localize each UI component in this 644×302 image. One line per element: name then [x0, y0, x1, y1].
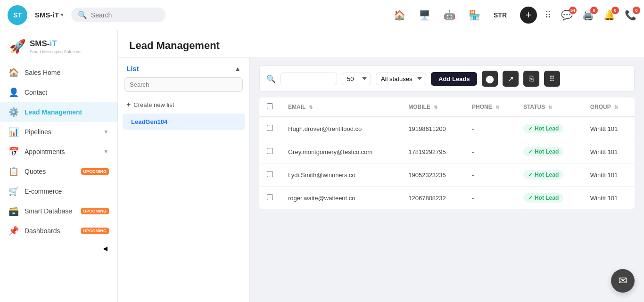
row-mobile: 19052323235 — [401, 163, 464, 187]
phone-sort-icon[interactable]: ⇅ — [495, 105, 499, 110]
copy-button[interactable]: ⎘ — [523, 71, 539, 87]
row-checkbox-cell — [259, 187, 281, 210]
list-search-box[interactable] — [124, 77, 243, 92]
sidebar-nav: 🏠 Sales Home 👤 Contact ⚙️ Lead Managemen… — [0, 59, 117, 302]
list-section-header: List ▲ — [118, 58, 249, 77]
status-badge: ✓ Hot Lead — [523, 147, 563, 156]
row-checkbox-2[interactable] — [267, 171, 273, 177]
row-status: ✓ Hot Lead — [516, 117, 583, 140]
sidebar-logo: 🚀 SMS-iT Smart Messaging Solutions — [0, 30, 117, 59]
top-search-icon: 🔍 — [78, 10, 87, 19]
row-phone: - — [464, 117, 516, 140]
sidebar-label-ecommerce: E-commerce — [25, 188, 109, 195]
row-phone: - — [464, 163, 516, 187]
table-toolbar: 🔍 50 10 25 100 All statuses Hot Lead War… — [259, 65, 635, 92]
pipelines-arrow-icon: ▼ — [103, 129, 109, 135]
messages-icon-btn[interactable]: 💬 54 — [561, 9, 573, 21]
chat-bubble-button[interactable]: ✉ — [611, 269, 635, 293]
sidebar-item-smart-database[interactable]: 🗃️ Smart Database UPCOMING — [0, 201, 117, 221]
list-toggle-icon[interactable]: ▲ — [234, 65, 241, 73]
sidebar-item-pipelines[interactable]: 📊 Pipelines ▼ — [0, 122, 117, 142]
phone-icon-btn[interactable]: 📞 0 — [625, 9, 636, 21]
brand-dropdown[interactable]: SMS-iT ▾ — [35, 11, 64, 19]
brand-avatar: ST — [8, 5, 27, 25]
bell-badge: 0 — [611, 7, 619, 14]
sidebar-label-smart-database: Smart Database — [25, 207, 75, 215]
sidebar-label-lead-management: Lead Management — [25, 108, 109, 116]
bot-icon[interactable]: 🤖 — [444, 9, 455, 21]
row-checkbox-1[interactable] — [267, 148, 273, 154]
per-page-select[interactable]: 50 10 25 100 — [342, 73, 371, 85]
collapse-icon: ◄ — [101, 245, 109, 253]
mobile-sort-icon[interactable]: ⇅ — [434, 105, 438, 110]
sidebar-item-contact[interactable]: 👤 Contact — [0, 82, 117, 102]
table-search-icon: 🔍 — [266, 74, 276, 83]
nav-right-icons: ⠿ 💬 54 🖨️ 0 🔔 0 📞 0 — [545, 9, 636, 21]
row-checkbox-3[interactable] — [267, 194, 273, 200]
row-checkbox-0[interactable] — [267, 125, 273, 131]
print-icon-btn[interactable]: 🖨️ 0 — [582, 9, 594, 21]
home-icon[interactable]: 🏠 — [394, 9, 405, 21]
row-status: ✓ Hot Lead — [516, 187, 583, 210]
row-group: Winttt 101 — [583, 187, 635, 210]
row-group: Winttt 101 — [583, 163, 635, 187]
sidebar-logo-sub: Smart Messaging Solutions — [30, 49, 82, 54]
lead-management-icon: ⚙️ — [8, 107, 19, 117]
email-sort-icon[interactable]: ⇅ — [309, 105, 313, 110]
sidebar-label-quotes: Quotes — [25, 168, 75, 175]
add-leads-button[interactable]: Add Leads — [431, 72, 477, 86]
top-search-bar[interactable]: 🔍 — [71, 8, 165, 22]
plus-button[interactable]: + — [520, 7, 537, 24]
dashboards-upcoming-badge: UPCOMING — [81, 228, 109, 234]
columns-icon: ⠿ — [549, 74, 555, 83]
store-icon[interactable]: 🏪 — [469, 9, 480, 21]
table-row: Grey.montgomery@testco.com 17819292795 -… — [259, 140, 635, 163]
status-check-icon: ✓ — [528, 195, 533, 201]
print-badge: 0 — [590, 7, 598, 14]
sidebar-label-appointments: Appointments — [25, 148, 98, 155]
row-checkbox-cell — [259, 163, 281, 187]
grid-icon-btn[interactable]: ⠿ — [545, 9, 552, 21]
sidebar-item-ecommerce[interactable]: 🛒 E-commerce — [0, 181, 117, 201]
row-phone: - — [464, 140, 516, 163]
sidebar-item-dashboards[interactable]: 📌 Dashboards UPCOMING — [0, 221, 117, 241]
columns-button[interactable]: ⠿ — [544, 71, 560, 87]
grid-icon: ⠿ — [545, 9, 552, 21]
sidebar-label-dashboards: Dashboards — [25, 227, 75, 235]
sidebar-label-pipelines: Pipelines — [25, 128, 98, 136]
sidebar: 🚀 SMS-iT Smart Messaging Solutions 🏠 Sal… — [0, 30, 118, 302]
create-list-button[interactable]: + Create new list — [118, 97, 249, 113]
header-checkbox-col — [259, 98, 281, 117]
row-group: Winttt 101 — [583, 117, 635, 140]
table-search-input[interactable] — [281, 73, 337, 85]
str-label[interactable]: STR — [494, 11, 507, 19]
top-search-input[interactable] — [91, 11, 157, 19]
sidebar-item-lead-management[interactable]: ⚙️ Lead Management — [0, 102, 117, 122]
group-sort-icon[interactable]: ⇅ — [614, 105, 618, 110]
list-item-leadgen104[interactable]: LeadGen104 — [123, 114, 245, 130]
row-checkbox-cell — [259, 117, 281, 140]
status-filter-select[interactable]: All statuses Hot Lead Warm Lead Cold Lea… — [376, 73, 426, 85]
select-all-checkbox[interactable] — [267, 103, 273, 109]
list-section-title: List — [126, 65, 139, 73]
export-button[interactable]: ↗ — [503, 71, 519, 87]
main-layout: 🚀 SMS-iT Smart Messaging Solutions 🏠 Sal… — [0, 30, 644, 302]
sidebar-item-appointments[interactable]: 📅 Appointments ▼ — [0, 142, 117, 162]
copy-icon: ⎘ — [529, 74, 534, 83]
list-search-input[interactable] — [130, 81, 238, 88]
sidebar-item-quotes[interactable]: 📋 Quotes UPCOMING — [0, 162, 117, 181]
leads-table: EMAIL ⇅ MOBILE ⇅ PHONE ⇅ — [259, 98, 635, 209]
row-phone: - — [464, 187, 516, 210]
row-email: Grey.montgomery@testco.com — [281, 140, 401, 163]
bell-icon-btn[interactable]: 🔔 0 — [603, 9, 615, 21]
header-mobile: MOBILE ⇅ — [401, 98, 464, 117]
sidebar-item-sales-home[interactable]: 🏠 Sales Home — [0, 63, 117, 82]
table-header-row: EMAIL ⇅ MOBILE ⇅ PHONE ⇅ — [259, 98, 635, 117]
status-badge: ✓ Hot Lead — [523, 124, 563, 133]
header-phone: PHONE ⇅ — [464, 98, 516, 117]
toggle-view-button[interactable]: ⬤ — [482, 71, 498, 87]
status-sort-icon[interactable]: ⇅ — [548, 105, 552, 110]
ecommerce-icon: 🛒 — [8, 186, 19, 196]
sidebar-collapse-btn[interactable]: ◄ — [0, 241, 117, 257]
monitor-icon[interactable]: 🖥️ — [419, 9, 430, 21]
